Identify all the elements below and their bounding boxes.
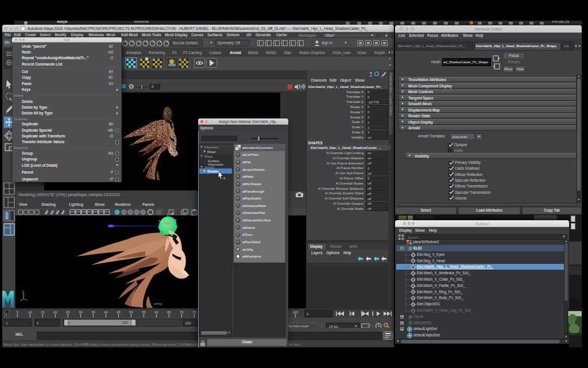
svg-text:25: 25 (66, 310, 70, 314)
svg-text:55: 55 (142, 310, 146, 314)
svg-text:5: 5 (17, 310, 19, 314)
svg-text:40: 40 (104, 310, 108, 314)
svg-text:45: 45 (117, 310, 121, 314)
svg-text:60: 60 (154, 310, 158, 314)
svg-text:70: 70 (180, 310, 184, 314)
svg-text:30: 30 (79, 310, 83, 314)
svg-text:10: 10 (28, 310, 32, 314)
svg-text:65: 65 (167, 310, 171, 314)
svg-text:II: II (223, 177, 226, 180)
svg-text:y: y (22, 289, 24, 293)
svg-text:15: 15 (41, 310, 45, 314)
svg-text:50: 50 (129, 310, 133, 314)
svg-text:20: 20 (53, 310, 57, 314)
svg-text:115: 115 (293, 310, 299, 314)
svg-text:75: 75 (192, 310, 196, 314)
svg-text:35: 35 (91, 310, 95, 314)
